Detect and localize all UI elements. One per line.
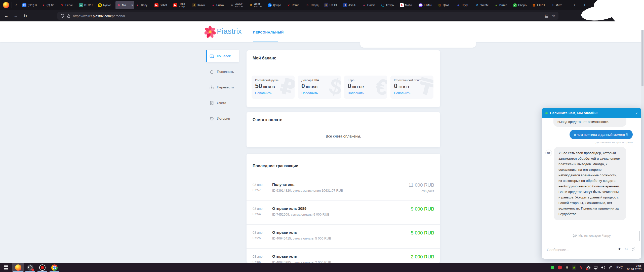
tray-obs-icon[interactable] (586, 265, 591, 270)
new-tab-button[interactable]: + (582, 2, 588, 8)
browser-tab[interactable]: ♦(2) Фо (40, 1, 59, 9)
browser-tab[interactable]: SСтард (304, 1, 323, 9)
taskbar-firefox[interactable] (12, 263, 24, 272)
tray-network-icon[interactable] (593, 265, 598, 270)
browser-tab[interactable]: ♚UK Cl (323, 1, 342, 9)
topup-link[interactable]: Пополнить (301, 91, 337, 95)
browser-tab[interactable]: ΩДостБЕЗ ЭВ (248, 1, 266, 9)
tray-pen-icon[interactable] (608, 265, 613, 270)
browser-tab[interactable]: VРегис (59, 1, 78, 9)
browser-tab[interactable]: VРегис (285, 1, 304, 9)
transaction-row[interactable]: 03 апр.07:25ОтправительID 40645415; сумм… (247, 225, 440, 249)
transaction-row[interactable]: 03 апр.07:54Отправитель 3089ID 7452509; … (247, 201, 440, 225)
desktop: ‹ ✉(326) В♦(2) ФоVРегис▲BTC/USБукме✿Мо×♦… (0, 0, 644, 272)
transaction-row[interactable]: 03 апр.07:06ОтправительID 40645985; сумм… (247, 249, 440, 263)
chat-header[interactable]: Напишите нам, мы онлайн! × (542, 108, 641, 118)
s-coin-icon: S (98, 3, 102, 7)
browser-tab[interactable]: ЮЮМон (417, 1, 436, 9)
browser-tab[interactable]: ▶Sabat (153, 1, 172, 9)
sidebar-item-кошелек[interactable]: Кошелек (206, 50, 239, 62)
browser-tab[interactable]: АМоби (398, 1, 417, 9)
firefox-icon (15, 264, 21, 271)
browser-tab[interactable]: ▦EXPO (531, 1, 549, 9)
browser-tab[interactable]: SБукме (97, 1, 115, 9)
address-bar[interactable]: https://wallet.piastrix.com/personal ▤ ☆ (57, 12, 558, 20)
tab-close-icon[interactable]: × (131, 4, 133, 7)
page-scrollbar[interactable] (641, 21, 644, 263)
forward-button[interactable]: → (13, 13, 19, 19)
chat-scrollbar[interactable] (639, 231, 640, 241)
sidebar-item-пополнить[interactable]: Пополнить (206, 65, 239, 78)
chat-powered-by[interactable]: Мы используем Чатру (542, 234, 641, 237)
emoji-icon[interactable]: ☺ (624, 247, 628, 251)
chat-delivery-status: доставлено, не просмотрено (596, 141, 633, 144)
chat-close-icon[interactable]: × (635, 111, 638, 115)
crest-icon: ♚ (324, 3, 328, 7)
invoices-empty-text: Все счета оплачены. (247, 134, 440, 138)
tray-hexagon-app-icon[interactable] (557, 265, 562, 270)
transaction-details: ID 7452509; сумма оплаты 9 000 RUB (272, 213, 411, 216)
browser-tab[interactable]: ≡Инте (549, 1, 568, 9)
browser-tab[interactable]: ✓СберБ (512, 1, 531, 9)
notification-dot (31, 268, 34, 271)
browser-tab[interactable]: ♦Фору (134, 1, 153, 9)
topup-link[interactable]: Пополнить (348, 91, 384, 95)
chat-message-input[interactable] (547, 246, 605, 254)
start-button[interactable] (0, 263, 12, 272)
header-pill (360, 42, 476, 48)
bookmark-star-icon[interactable]: ☆ (552, 14, 555, 18)
tray-logitech-icon[interactable]: G (565, 265, 569, 270)
browser-tab[interactable]: VKДобро (266, 1, 285, 9)
sidebar-item-перевести[interactable]: Перевести (206, 81, 239, 93)
reader-view-icon[interactable]: ▤ (545, 14, 548, 18)
topup-link[interactable]: Пополнить (394, 91, 430, 95)
language-indicator[interactable]: РУС (616, 266, 623, 269)
scroll-tabs-right-button[interactable]: › (572, 2, 578, 8)
browser-tab[interactable]: ◕Gamin (361, 1, 380, 9)
tab-label: QIWI (443, 4, 449, 7)
transaction-details: ID 93914820; сумма зачисления 10631.07 R… (272, 189, 409, 192)
browser-tab[interactable]: ✉(326) В (21, 1, 40, 9)
rate-star-icon[interactable]: ★ (618, 247, 621, 251)
tray-recording-ready-icon[interactable] (550, 265, 555, 270)
tray-volume-icon[interactable] (601, 265, 605, 270)
tab-label: Казин (197, 4, 205, 7)
tray-nvidia-icon[interactable]: ◉ (572, 265, 576, 270)
taskbar-chrome[interactable] (48, 263, 60, 272)
browser-tab[interactable]: ▲BTC/U (78, 1, 97, 9)
tray-v-app-icon[interactable]: V (579, 265, 583, 270)
browser-tab[interactable]: ⊕WebM (474, 1, 493, 9)
tab-label: (2) Фо (47, 4, 54, 7)
tab-label: Битко (216, 4, 224, 7)
browser-tab[interactable]: ◈Crypt (455, 1, 474, 9)
sidebar-item-история[interactable]: История (206, 112, 239, 125)
attach-paperclip-icon[interactable] (632, 247, 636, 251)
browser-tab[interactable]: ▶Helloвоспр (172, 1, 191, 9)
browser-tab[interactable]: ✚Join U (342, 1, 361, 9)
tab-label: Моби (405, 4, 412, 7)
transaction-details: ID 40645985; сумма оплаты 2 000 RUB (272, 260, 411, 263)
scrollbar-thumb[interactable] (641, 23, 643, 86)
nav-tab-personal[interactable]: ПЕРСОНАЛЬНЫЙ (253, 30, 284, 34)
taskbar-recorder[interactable] (36, 263, 48, 272)
sidebar-item-счета[interactable]: Счета (206, 97, 239, 109)
browser-tab[interactable]: ✿Мо× (115, 1, 134, 9)
browser-tab[interactable]: QQIWI (436, 1, 455, 9)
browser-tab[interactable]: ◯Откры (380, 1, 398, 9)
browser-tab[interactable]: 1XXXXtrБЕЗ ЭВ (229, 1, 248, 9)
back-button[interactable]: ← (3, 13, 10, 19)
browser-tab[interactable]: ●Интер (493, 1, 512, 9)
transaction-amount: 5 000 RUB (411, 230, 434, 236)
browser-tab[interactable]: JКазин (191, 1, 210, 9)
scroll-tabs-left-button[interactable]: ‹ (13, 2, 19, 8)
tab-label: Sabat (160, 4, 167, 7)
taskbar-obs[interactable] (24, 263, 36, 272)
browser-tab[interactable]: ★Битко (210, 1, 229, 9)
clock[interactable]: 9:55 03.04.2023 (627, 264, 641, 271)
history-icon (209, 116, 214, 121)
topup-link[interactable]: Пополнить (255, 91, 291, 95)
clock-date: 03.04.2023 (627, 267, 641, 271)
refresh-button[interactable]: ↻ (22, 13, 29, 19)
transaction-row[interactable]: 03 апр.07:57ПолучательID 93914820; сумма… (247, 177, 440, 201)
online-status-dot (545, 112, 548, 114)
